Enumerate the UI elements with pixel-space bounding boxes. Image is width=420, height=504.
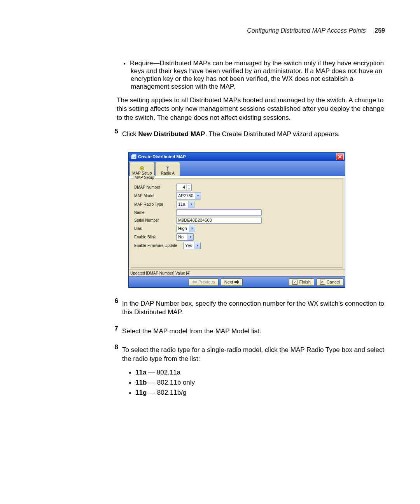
blink-select[interactable]: No ▼: [176, 233, 194, 241]
list-item: 11a — 802.11a: [136, 369, 385, 376]
close-button[interactable]: [336, 153, 344, 160]
field-label: Serial Number: [134, 218, 176, 222]
tab-map-setup[interactable]: MAP Setup: [130, 162, 154, 176]
paragraph: The setting applies to all Distributed M…: [117, 96, 385, 122]
close-icon: [338, 155, 342, 159]
field-label: Enable Blink: [134, 235, 176, 239]
tab-label: Radio A: [161, 171, 175, 175]
check-icon: ✓: [292, 280, 298, 285]
arrow-right-icon: [234, 280, 239, 284]
svg-point-2: [134, 157, 135, 158]
window-title: Create Distributed MAP: [138, 154, 336, 159]
field-label: Bias: [134, 226, 176, 231]
field-label: MAP Radio Type: [134, 202, 176, 206]
tab-radio-a[interactable]: Radio A: [155, 162, 180, 176]
svg-point-4: [141, 168, 143, 169]
field-label: Name: [134, 210, 176, 215]
name-input[interactable]: [176, 209, 262, 216]
field-label: MAP Model: [134, 194, 176, 198]
wizard-button-bar: Previous Next ✓ Finish ✕ Cancel: [129, 276, 345, 287]
chevron-down-icon: ▼: [188, 201, 194, 208]
chevron-down-icon: ▼: [189, 225, 195, 232]
wizard-body: MAP Setup DMAP Number ▲▼ MAP Model AP275…: [129, 178, 345, 276]
svg-point-1: [133, 157, 133, 158]
list-item: 11g — 802.11b/g: [136, 389, 385, 397]
tab-label: MAP Setup: [132, 171, 152, 175]
running-header: Configuring Distributed MAP Access Point…: [117, 27, 385, 34]
step-text: Select the MAP model from the MAP Model …: [122, 327, 385, 336]
finish-button[interactable]: ✓ Finish: [289, 278, 314, 286]
arrow-left-icon: [192, 280, 197, 284]
map-setup-fieldset: MAP Setup DMAP Number ▲▼ MAP Model AP275…: [131, 178, 343, 268]
wizard-window: Create Distributed MAP MAP Setup Radio A: [128, 152, 345, 288]
step-number: 6: [110, 297, 118, 322]
gear-icon: [139, 166, 145, 171]
page-number: 259: [374, 27, 385, 34]
header-title: Configuring Distributed MAP Access Point…: [247, 27, 366, 34]
list-item: Require—Distributed MAPs can be managed …: [131, 60, 385, 91]
x-icon: ✕: [320, 280, 325, 285]
firmware-select[interactable]: Yes ▼: [183, 242, 201, 249]
next-button[interactable]: Next: [221, 278, 243, 286]
wizard-icon: [131, 154, 136, 159]
titlebar: Create Distributed MAP: [129, 152, 345, 161]
previous-button[interactable]: Previous: [189, 278, 219, 286]
step-number: 7: [110, 325, 118, 341]
field-label: DMAP Number: [134, 185, 176, 189]
dmap-number-input[interactable]: [177, 184, 186, 191]
step-text: In the DAP Number box, specify the conne…: [122, 299, 385, 317]
step-text: To select the radio type for a single-ra…: [122, 346, 385, 363]
antenna-icon: [165, 166, 170, 171]
list-item: 11b — 802.11b only: [136, 379, 385, 387]
status-bar: Updated [DMAP Number] Value [4]: [129, 270, 345, 276]
tab-bar: MAP Setup Radio A: [129, 161, 345, 176]
cancel-button[interactable]: ✕ Cancel: [317, 278, 343, 286]
spinner-arrows[interactable]: ▲▼: [186, 184, 191, 191]
bias-select[interactable]: High ▼: [176, 225, 195, 232]
map-model-select[interactable]: AP2750 ▼: [176, 192, 201, 200]
field-label: Enable Firmware Update: [134, 243, 183, 248]
step-number: 8: [110, 343, 118, 400]
step-number: 5: [110, 128, 118, 144]
chevron-down-icon: ▼: [195, 192, 201, 199]
dmap-number-spinner[interactable]: ▲▼: [176, 184, 192, 191]
svg-rect-0: [131, 156, 136, 159]
fieldset-legend: MAP Setup: [133, 175, 155, 180]
radio-type-select[interactable]: 11a ▼: [176, 201, 194, 208]
serial-input[interactable]: M9DE48B234500: [176, 217, 262, 224]
step-text: Click New Distributed MAP. The Create Di…: [122, 130, 385, 138]
chevron-down-icon: ▼: [194, 242, 200, 249]
chevron-down-icon: ▼: [187, 234, 193, 240]
